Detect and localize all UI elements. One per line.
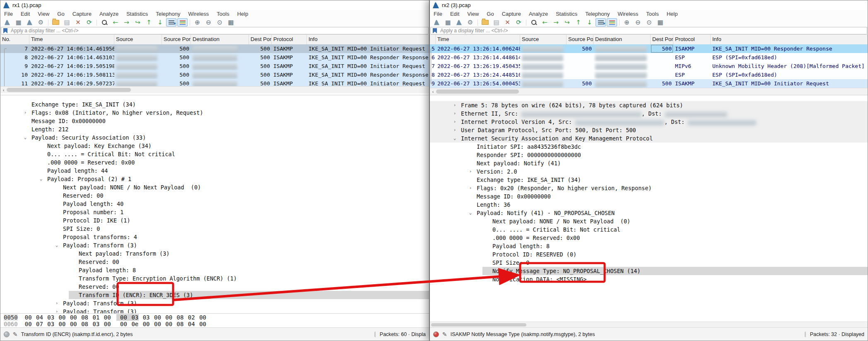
chevron-down-icon[interactable]: ⌄ — [22, 133, 28, 142]
chevron-down-icon[interactable]: ⌄ — [54, 241, 60, 249]
resize-columns-button[interactable]: ▦ — [226, 18, 236, 27]
tree-line[interactable]: Reserved: 00 — [0, 283, 429, 291]
column-header-time[interactable]: Time — [436, 35, 520, 44]
hex-line[interactable]: 006000 07 03 00 00 08 03 00 00 0e 00 00 … — [4, 321, 429, 327]
tree-line[interactable]: Reserved: 00 — [0, 258, 429, 266]
tree-line[interactable]: Length: 212 — [0, 125, 429, 133]
go-back-button[interactable]: ← — [540, 18, 550, 27]
chevron-right-icon[interactable]: › — [452, 109, 458, 118]
resize-columns-button[interactable]: ▦ — [655, 18, 665, 27]
tree-line[interactable]: Payload length: 44 — [0, 167, 429, 175]
go-forward-button[interactable]: → — [551, 18, 561, 27]
menu-item-tools[interactable]: Tools — [217, 11, 229, 17]
tree-line[interactable]: Exchange type: IKE_SA_INIT (34) — [0, 100, 429, 109]
tree-line[interactable]: ›User Datagram Protocol, Src Port: 500, … — [430, 126, 868, 134]
restart-capture-button[interactable] — [454, 18, 464, 27]
go-last-packet-button[interactable]: ↓ — [584, 18, 595, 27]
title-bar[interactable]: rx1 (1).pcap — [0, 0, 429, 10]
open-file-button[interactable] — [480, 18, 490, 27]
go-first-packet-button[interactable]: ↑ — [573, 18, 583, 27]
tree-line[interactable]: ›Version: 2.0 — [430, 167, 868, 176]
title-bar[interactable]: rx2 (3).pcap — [430, 0, 868, 10]
scrollbar-thumb[interactable] — [436, 89, 519, 94]
go-to-packet-button[interactable]: ↪ — [562, 18, 572, 27]
go-back-button[interactable]: ← — [110, 18, 121, 27]
display-filter-input[interactable] — [439, 27, 867, 34]
save-file-button[interactable]: ▤ — [491, 18, 502, 27]
reload-file-button[interactable]: ⟳ — [84, 18, 94, 27]
packet-list-horizontal-scrollbar[interactable]: ‹ — [0, 86, 429, 93]
tree-line[interactable]: Transform ID (ENCR): ENCR_3DES (3) — [0, 291, 429, 299]
menu-item-view[interactable]: View — [467, 11, 479, 17]
column-header-destination[interactable]: Destination — [593, 35, 651, 44]
find-packet-button[interactable] — [528, 18, 539, 27]
chevron-down-icon[interactable]: ⌄ — [468, 209, 473, 217]
chevron-right-icon[interactable]: › — [452, 126, 458, 134]
packet-row[interactable]: 52022-06-27 13:26:14.006248500500ISAKMPI… — [430, 44, 868, 53]
menu-item-help[interactable]: Help — [667, 11, 678, 17]
chevron-down-icon[interactable]: ⌄ — [38, 175, 44, 183]
column-header-source[interactable]: Source — [520, 35, 567, 44]
column-header-source-port[interactable]: Source Port — [162, 35, 191, 44]
zoom-100-button[interactable]: ⊙ — [215, 18, 225, 27]
menu-item-capture[interactable]: Capture — [72, 11, 92, 17]
capture-options-button[interactable]: ⚙ — [465, 18, 475, 27]
menu-item-help[interactable]: Help — [237, 11, 248, 17]
expert-info-icon[interactable] — [433, 331, 439, 337]
menu-item-file[interactable]: File — [434, 11, 442, 17]
auto-scroll-toggle[interactable] — [166, 18, 176, 27]
packet-row[interactable]: 72022-06-27 14:06:14.461956500500ISAKMPI… — [0, 44, 429, 53]
chevron-right-icon[interactable]: › — [54, 299, 60, 307]
tree-line[interactable]: Exchange type: IKE_SA_INIT (34) — [430, 176, 868, 184]
auto-scroll-toggle[interactable] — [596, 18, 606, 27]
tree-line[interactable]: ›Flags: 0x20 (Responder, No higher versi… — [430, 184, 868, 192]
menu-item-file[interactable]: File — [4, 11, 13, 17]
save-file-button[interactable]: ▤ — [62, 18, 72, 27]
packet-row[interactable]: 72022-06-27 13:26:19.450435MIPv6Unknown … — [430, 62, 868, 70]
tree-line[interactable]: Next payload: NONE / No Next Payload (0) — [0, 183, 429, 191]
tree-line[interactable]: .000 0000 = Reserved: 0x00 — [0, 158, 429, 167]
capture-options-button[interactable]: ⚙ — [36, 18, 46, 27]
colorize-toggle[interactable] — [177, 18, 188, 27]
menu-item-telephony[interactable]: Telephony — [156, 11, 180, 17]
tree-line[interactable]: Next payload: Key Exchange (34) — [0, 142, 429, 150]
go-first-packet-button[interactable]: ↑ — [144, 18, 154, 27]
tree-line[interactable]: Protocol ID: RESERVED (0) — [430, 250, 868, 259]
packet-row[interactable]: 112022-06-27 14:06:29.507237500500ISAKMP… — [0, 79, 429, 86]
filter-bookmark-icon[interactable] — [433, 28, 437, 34]
tree-line[interactable]: ›Frame 5: 78 bytes on wire (624 bits), 7… — [430, 101, 868, 109]
column-header-dest-port[interactable]: Dest Port — [651, 35, 673, 44]
filter-bookmark-icon[interactable] — [3, 28, 7, 34]
tree-line[interactable]: ›Payload: Transform (3) — [0, 299, 429, 307]
menu-item-edit[interactable]: Edit — [450, 11, 459, 17]
tree-line[interactable]: Proposal transforms: 4 — [0, 233, 429, 241]
tree-line[interactable]: ⌄Payload: Security Association (33) — [0, 133, 429, 142]
chevron-right-icon[interactable]: › — [22, 109, 28, 117]
scroll-left-arrow-icon[interactable]: ‹ — [0, 87, 7, 93]
packet-row[interactable]: 82022-06-27 13:26:24.448510ESPESP (SPI=0… — [430, 70, 868, 79]
stop-capture-button[interactable]: ■ — [443, 18, 453, 27]
capture-comment-icon[interactable]: ✎ — [442, 331, 447, 338]
menu-item-wireless[interactable]: Wireless — [617, 11, 638, 17]
tree-line[interactable]: Message ID: 0x00000000 — [430, 192, 868, 201]
zoom-in-button[interactable]: ⊕ — [192, 18, 203, 27]
chevron-right-icon[interactable]: › — [468, 167, 473, 176]
go-last-packet-button[interactable]: ↓ — [155, 18, 165, 27]
restart-capture-button[interactable] — [24, 18, 35, 27]
column-header-protocol[interactable]: Protocol — [673, 35, 711, 44]
close-file-button[interactable]: ✕ — [502, 18, 513, 27]
column-header-info[interactable]: Info — [307, 35, 429, 44]
reload-file-button[interactable]: ⟳ — [514, 18, 524, 27]
tree-line[interactable]: SPI Size: 0 — [430, 259, 868, 267]
zoom-out-button[interactable]: ⊖ — [633, 18, 643, 27]
chevron-right-icon[interactable]: › — [54, 307, 60, 313]
tree-line[interactable]: Notification DATA: <MISSING> — [430, 275, 868, 283]
menu-item-statistics[interactable]: Statistics — [556, 11, 577, 17]
start-capture-button[interactable] — [2, 18, 12, 27]
menu-item-capture[interactable]: Capture — [502, 11, 521, 17]
tree-line[interactable]: ›Internet Protocol Version 4, Src: , Dst… — [430, 118, 868, 126]
tree-line[interactable]: Initiator SPI: aa8435236f8be3dc — [430, 143, 868, 151]
menu-item-go[interactable]: Go — [57, 11, 64, 17]
tree-line[interactable]: Responder SPI: 0000000000000000 — [430, 151, 868, 159]
zoom-out-button[interactable]: ⊖ — [203, 18, 214, 27]
